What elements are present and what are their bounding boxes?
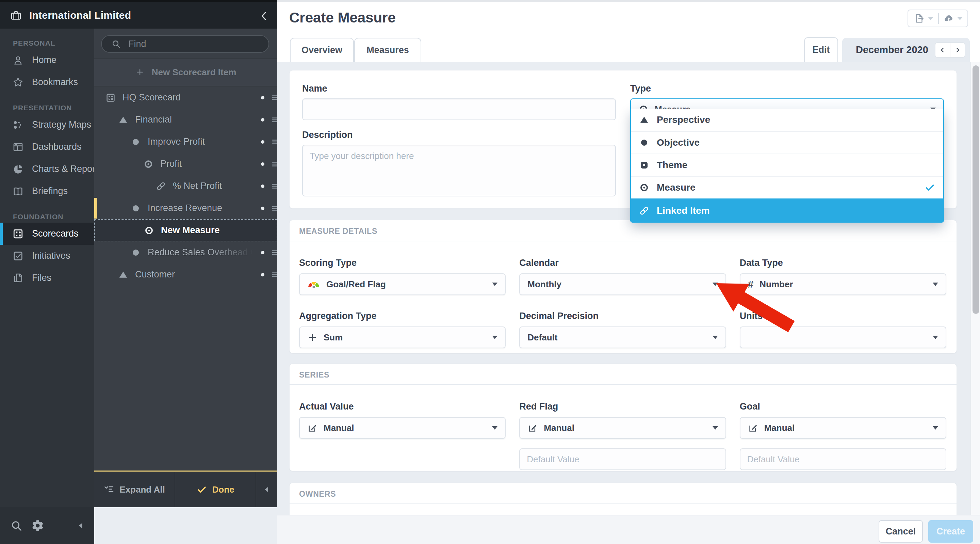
sidebar-item-briefings[interactable]: Briefings xyxy=(0,180,94,202)
measure-icon xyxy=(143,159,153,169)
nav-section: FOUNDATIONScorecardsInitiativesFiles xyxy=(0,202,94,289)
collapse-tree-button[interactable] xyxy=(256,472,277,507)
field-label: Actual Value xyxy=(299,401,506,413)
drag-handle-icon[interactable] xyxy=(271,204,277,212)
drag-handle-icon[interactable] xyxy=(271,160,277,168)
new-scorecard-item-button[interactable]: New Scorecard Item xyxy=(94,59,277,86)
tab-edit[interactable]: Edit xyxy=(804,37,838,62)
sidebar-item-initiatives[interactable]: Initiatives xyxy=(0,245,94,267)
tree-item--net-profit[interactable]: % Net Profit xyxy=(94,175,277,197)
calendar-select[interactable]: Monthly xyxy=(519,273,726,295)
sidebar-item-strategy-maps[interactable]: Strategy Maps xyxy=(0,114,94,136)
status-dot xyxy=(261,96,264,99)
drag-handle-icon[interactable] xyxy=(271,138,277,146)
caret-down-icon[interactable] xyxy=(928,17,933,20)
tree-item-customer[interactable]: Customer xyxy=(94,263,277,286)
drag-handle-icon[interactable] xyxy=(271,271,277,279)
scrollbar-track[interactable] xyxy=(970,62,980,515)
checkbox-icon xyxy=(12,250,24,262)
caret-down-icon xyxy=(713,426,718,430)
linked-icon xyxy=(156,181,166,191)
actual-value-select[interactable]: Manual xyxy=(299,417,506,439)
period-selector[interactable]: December 2020 xyxy=(842,38,970,62)
select-value: Number xyxy=(759,279,793,290)
type-option-theme[interactable]: Theme xyxy=(631,153,943,176)
tree-item-improve-profit[interactable]: Improve Profit xyxy=(94,131,277,153)
done-button[interactable]: Done xyxy=(175,472,256,507)
check-icon xyxy=(197,485,207,495)
tab-overview[interactable]: Overview xyxy=(290,38,354,62)
sidebar-item-charts-reports[interactable]: Charts & Reports xyxy=(0,158,94,180)
collapse-header-icon[interactable] xyxy=(258,10,270,22)
tree-item-increase-revenue[interactable]: Increase Revenue xyxy=(94,197,277,219)
sidebar-item-dashboards[interactable]: Dashboards xyxy=(0,136,94,158)
user-icon xyxy=(12,54,24,66)
tree-footer: Expand All Done xyxy=(94,471,277,507)
caret-down-icon xyxy=(492,336,498,339)
data-type-select[interactable]: #Number xyxy=(740,273,946,295)
expand-all-button[interactable]: Expand All xyxy=(94,472,175,507)
field-actual-value: Actual ValueManual xyxy=(299,401,506,470)
tree-item-new-measure[interactable]: New Measure xyxy=(94,219,277,241)
type-option-label: Measure xyxy=(657,182,695,193)
default-value-field[interactable] xyxy=(740,448,946,470)
tree-item-hq-scorecard[interactable]: HQ Scorecard xyxy=(94,86,277,108)
find-box[interactable] xyxy=(101,35,269,53)
create-button[interactable]: Create xyxy=(928,520,973,542)
red-flag-select[interactable]: Manual xyxy=(519,417,726,439)
scoring-type-select[interactable]: Goal/Red Flag xyxy=(299,273,506,295)
org-name: International Limited xyxy=(29,10,131,21)
tree-rows: HQ ScorecardFinancialImprove ProfitProfi… xyxy=(94,86,277,286)
toolbar-divider xyxy=(938,13,939,24)
status-dot xyxy=(261,251,264,254)
star-icon xyxy=(12,77,24,88)
scrollbar-thumb[interactable] xyxy=(972,65,979,314)
export-toolbar xyxy=(907,10,968,27)
tree-item-label: Customer xyxy=(135,269,175,280)
export-icon[interactable] xyxy=(914,13,924,24)
cloud-upload-icon[interactable] xyxy=(943,13,954,24)
type-option-label: Objective xyxy=(657,137,700,148)
scorecard-icon xyxy=(105,93,116,103)
search-icon[interactable] xyxy=(10,520,22,532)
description-field[interactable] xyxy=(302,145,616,196)
previous-period-button[interactable] xyxy=(935,43,950,57)
tree-item-label: Profit xyxy=(160,159,182,169)
expand-all-label: Expand All xyxy=(119,485,165,495)
tab-measures[interactable]: Measures xyxy=(354,38,421,62)
sidebar-item-files[interactable]: Files xyxy=(0,267,94,289)
description-label: Description xyxy=(302,130,616,141)
caret-down-icon[interactable] xyxy=(957,17,963,20)
plus-icon xyxy=(307,332,318,343)
units-select[interactable] xyxy=(740,327,946,348)
find-input[interactable] xyxy=(127,38,257,50)
gear-icon[interactable] xyxy=(31,519,44,532)
type-option-objective[interactable]: Objective xyxy=(631,131,943,153)
name-field[interactable] xyxy=(302,98,616,120)
drag-handle-icon[interactable] xyxy=(271,116,277,124)
goal-select[interactable]: Manual xyxy=(740,417,946,439)
sidebar-item-label: Charts & Reports xyxy=(32,164,94,174)
sidebar-item-bookmarks[interactable]: Bookmarks xyxy=(0,71,94,93)
tree-item-reduce-sales-overhead-cos[interactable]: Reduce Sales Overhead Cos xyxy=(94,241,277,263)
sidebar-item-home[interactable]: Home xyxy=(0,49,94,71)
decimal-precision-select[interactable]: Default xyxy=(519,327,726,348)
type-option-measure[interactable]: Measure xyxy=(631,176,943,198)
tree-item-financial[interactable]: Financial xyxy=(94,108,277,131)
field-aggregation-type: Aggregation TypeSum xyxy=(299,311,506,348)
aggregation-type-select[interactable]: Sum xyxy=(299,327,506,348)
chevron-left-icon xyxy=(939,46,946,54)
tree-item-profit[interactable]: Profit xyxy=(94,153,277,175)
type-option-linked-item[interactable]: Linked Item xyxy=(630,198,944,223)
drag-handle-icon[interactable] xyxy=(271,182,277,190)
collapse-sidebar-icon[interactable] xyxy=(76,521,86,530)
drag-handle-icon[interactable] xyxy=(271,94,277,102)
sidebar-item-label: Strategy Maps xyxy=(32,120,91,130)
sidebar-item-scorecards[interactable]: Scorecards xyxy=(0,223,94,245)
app-window: International Limited PERSONALHomeBookma… xyxy=(0,0,980,544)
type-option-perspective[interactable]: Perspective xyxy=(631,108,943,131)
next-period-button[interactable] xyxy=(950,43,965,57)
default-value-field[interactable] xyxy=(519,448,726,470)
cancel-button[interactable]: Cancel xyxy=(878,520,923,542)
drag-handle-icon[interactable] xyxy=(271,249,277,257)
